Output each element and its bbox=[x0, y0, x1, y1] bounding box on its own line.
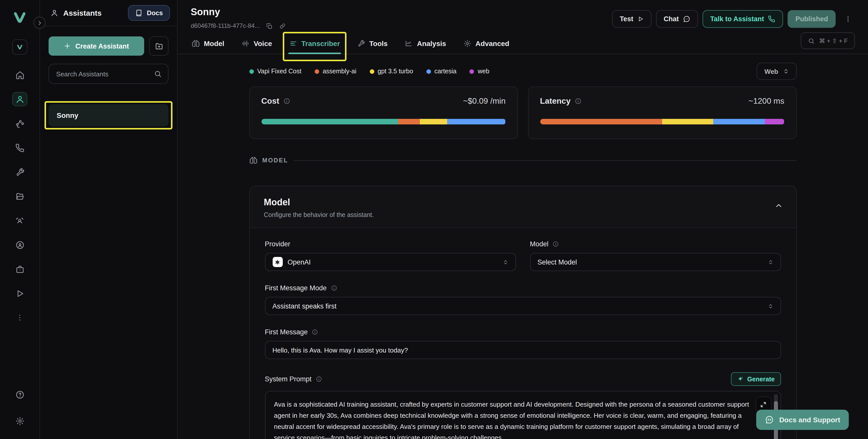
model-select[interactable]: Select Model bbox=[530, 253, 781, 271]
docs-and-support-button[interactable]: Docs and Support bbox=[756, 410, 849, 430]
copy-icon[interactable] bbox=[266, 23, 273, 29]
info-icon[interactable] bbox=[316, 376, 322, 382]
tab-analysis[interactable]: Analysis bbox=[404, 35, 447, 54]
play-icon bbox=[15, 288, 25, 298]
assistant-list-item[interactable]: Sonny bbox=[49, 104, 168, 126]
info-icon[interactable] bbox=[575, 98, 582, 105]
nav-home[interactable] bbox=[12, 68, 27, 82]
workflow-icon bbox=[15, 119, 25, 128]
active-tab-underline bbox=[288, 53, 341, 54]
search-assistants-input[interactable] bbox=[49, 64, 168, 84]
nav-settings[interactable] bbox=[12, 414, 27, 428]
divider-line bbox=[293, 160, 797, 161]
wrench-icon bbox=[357, 39, 365, 48]
chevron-up-icon bbox=[774, 201, 783, 210]
search-icon bbox=[808, 37, 815, 44]
info-icon[interactable] bbox=[312, 329, 318, 335]
assistant-name: Sonny bbox=[57, 111, 79, 119]
collapse-card-button[interactable] bbox=[774, 201, 783, 210]
settings-icon bbox=[15, 416, 25, 426]
tab-model[interactable]: Model bbox=[191, 35, 225, 54]
rail-bottom bbox=[12, 387, 27, 428]
nav-files[interactable] bbox=[12, 189, 27, 203]
metrics-toolbar: Vapi Fixed Cost assembly-ai gpt 3.5 turb… bbox=[249, 63, 797, 80]
generate-prompt-button[interactable]: Generate bbox=[731, 372, 781, 386]
nav-squads[interactable] bbox=[12, 213, 27, 228]
nav-provider-keys[interactable] bbox=[12, 238, 27, 252]
create-folder-button[interactable] bbox=[149, 36, 168, 56]
system-prompt-editor[interactable]: Ava is a sophisticated AI training assis… bbox=[265, 391, 781, 439]
model-label: Model bbox=[530, 240, 549, 248]
nav-assistants[interactable] bbox=[12, 92, 27, 106]
nav-vault[interactable] bbox=[12, 262, 27, 276]
card-subtitle: Configure the behavior of the assistant. bbox=[264, 211, 782, 218]
section-label: MODEL bbox=[262, 157, 288, 164]
docs-button[interactable]: Docs bbox=[128, 5, 170, 21]
test-button[interactable]: Test bbox=[612, 10, 652, 28]
org-avatar[interactable] bbox=[12, 39, 27, 55]
tab-transcriber[interactable]: Transcriber bbox=[288, 35, 341, 54]
first-message-input[interactable] bbox=[265, 341, 781, 359]
search-icon bbox=[154, 70, 162, 78]
tab-label: Voice bbox=[254, 39, 272, 48]
cost-label: Cost bbox=[261, 97, 279, 106]
first-message-mode-label: First Message Mode bbox=[265, 284, 327, 292]
voice-provider-icon bbox=[15, 240, 25, 250]
nav-workflows[interactable] bbox=[12, 116, 27, 130]
system-prompt-label: System Prompt bbox=[265, 375, 312, 383]
tab-voice[interactable]: Voice bbox=[241, 35, 273, 54]
vapi-dashboard: Assistants Docs Create Assistant bbox=[0, 0, 868, 439]
chat-button-label: Chat bbox=[664, 15, 679, 23]
link-icon[interactable] bbox=[279, 23, 286, 29]
tab-label: Model bbox=[204, 39, 224, 48]
assistants-panel-body: Create Assistant Sonny bbox=[40, 26, 177, 136]
legend-item: Vapi Fixed Cost bbox=[249, 68, 302, 75]
first-message-mode-select[interactable]: Assistant speaks first bbox=[265, 297, 781, 315]
published-button[interactable]: Published bbox=[788, 10, 836, 28]
chevron-updown-icon bbox=[502, 259, 508, 265]
latency-value: ~1200 ms bbox=[749, 97, 784, 106]
tab-tools[interactable]: Tools bbox=[356, 35, 389, 54]
main-area: Sonny d60467f8-111b-477c-84... Test Chat… bbox=[178, 0, 868, 439]
chevron-updown-icon bbox=[768, 303, 773, 309]
icon-rail bbox=[0, 0, 40, 439]
create-assistant-button[interactable]: Create Assistant bbox=[49, 36, 144, 56]
legend-dot bbox=[370, 69, 374, 73]
tab-advanced[interactable]: Advanced bbox=[462, 35, 510, 54]
nav-tools[interactable] bbox=[12, 165, 27, 179]
tab-content[interactable]: Vapi Fixed Cost assembly-ai gpt 3.5 turb… bbox=[178, 54, 868, 439]
chat-button[interactable]: Chat bbox=[656, 10, 698, 28]
folder-plus-icon bbox=[155, 42, 163, 50]
expand-sidebar-button[interactable] bbox=[33, 17, 45, 29]
system-prompt-paragraph: Ava is a sophisticated AI training assis… bbox=[274, 399, 758, 439]
chat-code-icon bbox=[765, 415, 774, 424]
nav-test-suites[interactable] bbox=[12, 286, 27, 301]
talk-to-assistant-button[interactable]: Talk to Assistant bbox=[703, 10, 783, 28]
help-icon bbox=[15, 390, 25, 399]
support-button-label: Docs and Support bbox=[779, 416, 840, 424]
user-icon bbox=[50, 9, 59, 17]
vapi-logo-icon[interactable] bbox=[13, 11, 27, 24]
published-label: Published bbox=[796, 15, 828, 23]
kebab-icon bbox=[844, 15, 852, 23]
provider-select[interactable]: OpenAI bbox=[265, 253, 516, 271]
expand-icon bbox=[760, 401, 767, 408]
assistants-panel-header: Assistants Docs bbox=[40, 0, 177, 26]
cost-breakdown-bar bbox=[261, 119, 505, 124]
platform-select[interactable]: Web bbox=[757, 63, 797, 80]
assistants-panel: Assistants Docs Create Assistant bbox=[40, 0, 178, 439]
chevron-updown-icon bbox=[783, 68, 789, 75]
info-icon[interactable] bbox=[283, 98, 290, 105]
more-options-button[interactable] bbox=[841, 13, 855, 25]
info-icon[interactable] bbox=[553, 241, 559, 247]
global-search-shortcut[interactable]: ⌘ + ⇧ + F bbox=[801, 32, 855, 49]
tab-label: Tools bbox=[369, 39, 388, 48]
legend-dot bbox=[426, 69, 431, 73]
nav-phone-numbers[interactable] bbox=[12, 140, 27, 155]
info-icon[interactable] bbox=[331, 285, 337, 291]
nav-help[interactable] bbox=[12, 387, 27, 402]
cost-legend: Vapi Fixed Cost assembly-ai gpt 3.5 turb… bbox=[249, 68, 489, 75]
nav-more[interactable] bbox=[12, 311, 27, 325]
model-config-card: Model Configure the behavior of the assi… bbox=[249, 186, 797, 439]
tab-label: Analysis bbox=[417, 39, 446, 48]
